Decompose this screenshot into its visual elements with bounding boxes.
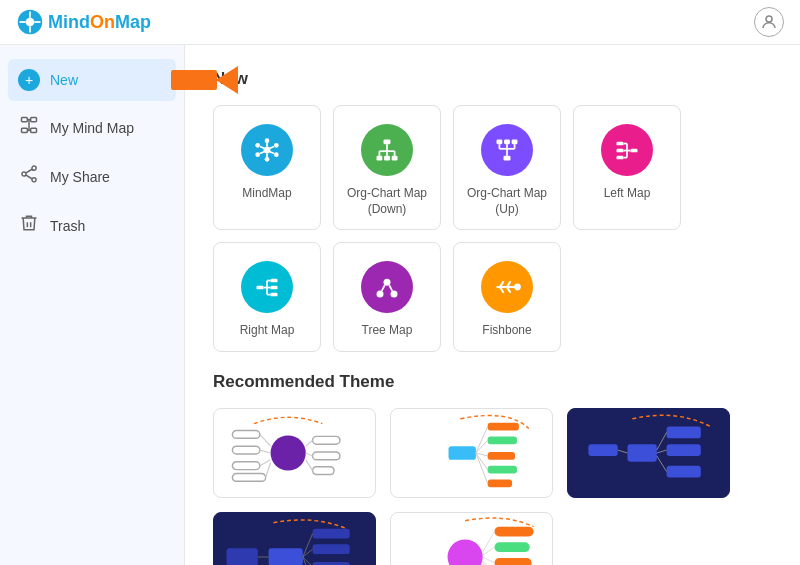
- new-icon: +: [18, 69, 40, 91]
- right-map-label: Right Map: [240, 323, 295, 339]
- svg-point-19: [264, 147, 271, 154]
- svg-rect-89: [313, 452, 340, 460]
- map-card-org-down[interactable]: Org-Chart Map(Down): [333, 105, 441, 230]
- main-layout: + New My Mind Map: [0, 45, 800, 565]
- sidebar: + New My Mind Map: [0, 45, 185, 565]
- svg-line-131: [483, 531, 495, 552]
- sidebar-item-trash[interactable]: Trash: [0, 203, 184, 248]
- svg-line-111: [657, 432, 667, 450]
- svg-point-25: [255, 143, 260, 148]
- svg-line-112: [657, 450, 667, 453]
- svg-rect-35: [392, 156, 398, 161]
- svg-rect-51: [617, 142, 624, 146]
- svg-point-23: [265, 157, 270, 162]
- map-card-tree[interactable]: Tree Map: [333, 242, 441, 352]
- svg-rect-82: [232, 462, 259, 470]
- svg-point-79: [271, 435, 306, 470]
- svg-line-93: [306, 460, 313, 471]
- right-map-icon: [241, 261, 293, 313]
- svg-point-24: [255, 152, 260, 157]
- svg-rect-53: [617, 156, 624, 160]
- svg-point-20: [265, 138, 270, 143]
- svg-rect-116: [313, 544, 350, 554]
- map-card-org-up[interactable]: Org-Chart Map (Up): [453, 105, 561, 230]
- svg-rect-94: [449, 446, 476, 460]
- svg-line-87: [266, 463, 271, 478]
- svg-rect-88: [313, 436, 340, 444]
- theme-grid: [213, 408, 772, 565]
- fishbone-icon: [481, 261, 533, 313]
- svg-rect-43: [504, 140, 510, 145]
- svg-rect-95: [488, 422, 519, 430]
- svg-rect-126: [494, 526, 533, 536]
- new-arrow: [171, 66, 238, 94]
- svg-point-6: [766, 16, 772, 22]
- theme-card-5[interactable]: [390, 512, 553, 565]
- svg-line-110: [618, 450, 628, 453]
- map-card-left[interactable]: Left Map: [573, 105, 681, 230]
- map-type-grid: MindMap Org-C: [213, 105, 772, 352]
- svg-rect-105: [627, 444, 656, 462]
- theme-preview-1: [214, 409, 375, 497]
- share-icon: [18, 164, 40, 189]
- svg-line-72: [389, 285, 392, 291]
- svg-rect-99: [488, 479, 512, 487]
- svg-rect-98: [488, 465, 517, 473]
- sidebar-label-my-mind-map: My Mind Map: [50, 120, 134, 136]
- svg-rect-81: [232, 446, 259, 454]
- theme-card-1[interactable]: [213, 408, 376, 498]
- map-card-right[interactable]: Right Map: [213, 242, 321, 352]
- sidebar-label-my-share: My Share: [50, 169, 110, 185]
- svg-line-92: [306, 453, 313, 456]
- map-card-mindmap[interactable]: MindMap: [213, 105, 321, 230]
- svg-line-100: [476, 426, 488, 452]
- svg-rect-34: [384, 156, 390, 161]
- svg-rect-62: [271, 293, 278, 297]
- svg-line-91: [306, 440, 313, 446]
- org-down-icon: [361, 124, 413, 176]
- svg-rect-114: [269, 548, 303, 565]
- theme-preview-2: [391, 409, 552, 497]
- org-up-icon: [481, 124, 533, 176]
- user-avatar-button[interactable]: [754, 7, 784, 37]
- svg-rect-107: [667, 444, 701, 456]
- map-card-fishbone[interactable]: Fishbone: [453, 242, 561, 352]
- svg-rect-61: [271, 286, 278, 290]
- svg-line-113: [657, 456, 667, 472]
- svg-rect-96: [488, 436, 517, 444]
- svg-rect-80: [232, 430, 259, 438]
- theme-preview-5: [391, 513, 552, 565]
- sidebar-item-my-share[interactable]: My Share: [0, 154, 184, 199]
- svg-point-68: [384, 279, 391, 286]
- theme-preview-3: [568, 409, 729, 497]
- logo-text: MindOnMap: [48, 12, 151, 33]
- left-map-icon: [601, 124, 653, 176]
- tree-map-icon: [361, 261, 413, 313]
- left-map-label: Left Map: [604, 186, 651, 202]
- svg-point-1: [26, 18, 35, 27]
- svg-line-71: [382, 285, 385, 291]
- theme-card-4[interactable]: [213, 512, 376, 565]
- svg-rect-52: [617, 149, 624, 153]
- sidebar-item-new[interactable]: + New: [8, 59, 176, 101]
- svg-point-70: [391, 291, 398, 298]
- svg-line-17: [26, 169, 32, 173]
- mindmap-label: MindMap: [242, 186, 291, 202]
- svg-line-27: [270, 147, 274, 149]
- trash-icon: [18, 213, 40, 238]
- sidebar-label-new: New: [50, 72, 78, 88]
- theme-card-2[interactable]: [390, 408, 553, 498]
- theme-card-3[interactable]: [567, 408, 730, 498]
- mindmap-icon: [241, 124, 293, 176]
- fishbone-label: Fishbone: [482, 323, 531, 339]
- svg-rect-42: [497, 140, 503, 145]
- svg-line-86: [260, 460, 271, 466]
- svg-rect-123: [227, 548, 258, 565]
- svg-point-78: [515, 285, 520, 290]
- svg-rect-115: [313, 528, 350, 538]
- svg-rect-50: [631, 149, 638, 153]
- svg-rect-10: [31, 128, 37, 132]
- svg-point-125: [448, 539, 483, 565]
- sidebar-item-my-mind-map[interactable]: My Mind Map: [0, 105, 184, 150]
- svg-rect-127: [494, 542, 529, 552]
